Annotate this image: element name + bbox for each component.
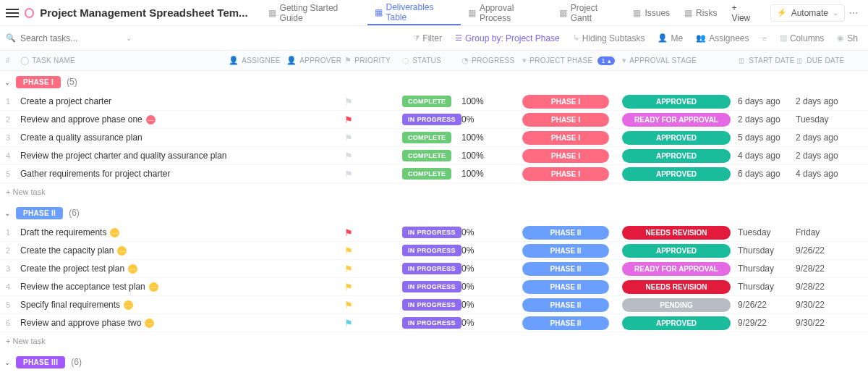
new-task-button[interactable]: + New task — [0, 332, 868, 351]
table-row[interactable]: 4Review the acceptance test plan—⚑IN PRO… — [0, 278, 868, 296]
phase-cell[interactable]: PHASE I — [522, 149, 622, 163]
table-row[interactable]: 5Gather requirements for project charter… — [0, 165, 868, 183]
start-date-cell[interactable]: 6 days ago — [738, 96, 796, 106]
priority-cell[interactable]: ⚑ — [344, 169, 402, 180]
task-name-cell[interactable]: Specify final requirements— — [20, 300, 229, 310]
approval-cell[interactable]: READY FOR APPROVAL — [622, 262, 738, 276]
progress-cell[interactable]: 100% — [461, 151, 522, 161]
status-cell[interactable]: IN PROGRESS — [402, 245, 461, 256]
task-name-cell[interactable]: Review the acceptance test plan— — [20, 282, 229, 292]
table-row[interactable]: 5Specify final requirements—⚑IN PROGRESS… — [0, 296, 868, 314]
start-date-cell[interactable]: 4 days ago — [738, 151, 796, 161]
priority-cell[interactable]: ⚑ — [344, 318, 402, 329]
approval-cell[interactable]: READY FOR APPROVAL — [622, 113, 738, 127]
group-by-button[interactable]: ☰Group by: Project Phase — [451, 33, 564, 43]
priority-cell[interactable]: ⚑ — [344, 151, 402, 161]
approval-cell[interactable]: NEEDS REVISION — [622, 226, 738, 240]
approval-cell[interactable]: APPROVED — [622, 316, 738, 330]
approval-cell[interactable]: APPROVED — [622, 131, 738, 145]
progress-cell[interactable]: 0% — [461, 227, 522, 237]
phase-cell[interactable]: PHASE II — [522, 244, 622, 258]
priority-cell[interactable]: ⚑ — [344, 245, 402, 256]
assignees-button[interactable]: 👥Assignees — [692, 33, 753, 43]
table-row[interactable]: 3Create a quality assurance plan⚑COMPLET… — [0, 129, 868, 147]
task-name-cell[interactable]: Create a quality assurance plan — [20, 132, 229, 143]
approval-cell[interactable]: APPROVED — [622, 244, 738, 258]
start-date-cell[interactable]: Thursday — [738, 282, 796, 292]
view-tab[interactable]: ▦Deliverables Table — [367, 1, 461, 25]
col-status[interactable]: ◌STATUS — [402, 56, 461, 65]
col-task-name[interactable]: ◯TASK NAME — [20, 56, 229, 65]
col-assignee[interactable]: 👤ASSIGNEE — [229, 56, 286, 65]
due-date-cell[interactable]: 9/30/22 — [796, 300, 854, 310]
chevron-down-icon[interactable]: ⌄ — [126, 34, 132, 42]
progress-cell[interactable]: 100% — [461, 169, 522, 179]
priority-cell[interactable]: ⚑ — [344, 114, 402, 125]
task-name-cell[interactable]: Review and approve phase two— — [20, 318, 229, 328]
task-name-cell[interactable]: Create a project charter — [20, 96, 229, 106]
priority-cell[interactable]: ⚑ — [344, 264, 402, 274]
approval-cell[interactable]: APPROVED — [622, 95, 738, 109]
collapse-icon[interactable]: ⌄ — [4, 78, 10, 86]
col-project-phase[interactable]: ▾PROJECT PHASE1 ▴ — [522, 56, 622, 65]
phase-cell[interactable]: PHASE II — [522, 262, 622, 276]
status-cell[interactable]: COMPLETE — [402, 132, 461, 143]
progress-cell[interactable]: 100% — [461, 96, 522, 106]
status-cell[interactable]: IN PROGRESS — [402, 263, 461, 274]
group-phase-badge[interactable]: PHASE II — [16, 207, 63, 219]
due-date-cell[interactable]: 9/28/22 — [796, 282, 854, 292]
phase-cell[interactable]: PHASE II — [522, 316, 622, 330]
progress-cell[interactable]: 0% — [461, 264, 522, 274]
view-tab[interactable]: ▦Approval Process — [461, 1, 552, 25]
collapse-icon[interactable]: ⌄ — [4, 358, 10, 366]
show-hide-button[interactable]: ◉Sh — [833, 33, 862, 43]
start-date-cell[interactable]: Thursday — [738, 245, 796, 256]
progress-cell[interactable]: 0% — [461, 114, 522, 125]
progress-cell[interactable]: 0% — [461, 318, 522, 328]
due-date-cell[interactable]: 2 days ago — [796, 151, 854, 161]
table-row[interactable]: 6Review and approve phase two—⚑IN PROGRE… — [0, 314, 868, 332]
start-date-cell[interactable]: 6 days ago — [738, 169, 796, 179]
task-name-cell[interactable]: Gather requirements for project charter — [20, 169, 229, 179]
settings-button[interactable]: ≡ — [758, 34, 771, 43]
task-name-cell[interactable]: Create the capacity plan— — [20, 245, 229, 256]
task-name-cell[interactable]: Draft the requirements— — [20, 227, 229, 237]
phase-cell[interactable]: PHASE II — [522, 226, 622, 240]
automate-button[interactable]: ⚡ Automate ⌄ — [770, 4, 845, 22]
table-row[interactable]: 1Create a project charter⚑COMPLETE100%PH… — [0, 93, 868, 111]
me-button[interactable]: 👤Me — [653, 33, 687, 43]
due-date-cell[interactable]: 9/26/22 — [796, 245, 854, 256]
new-task-button[interactable]: + New task — [0, 183, 868, 202]
phase-cell[interactable]: PHASE I — [522, 95, 622, 109]
table-row[interactable]: 2Review and approve phase one—⚑IN PROGRE… — [0, 111, 868, 129]
due-date-cell[interactable]: 9/30/22 — [796, 318, 854, 328]
task-name-cell[interactable]: Review the project charter and quality a… — [20, 151, 229, 161]
start-date-cell[interactable]: Tuesday — [738, 227, 796, 237]
col-start-date[interactable]: 🗓START DATE — [738, 56, 796, 65]
group-phase-badge[interactable]: PHASE III — [16, 356, 65, 368]
start-date-cell[interactable]: 9/29/22 — [738, 318, 796, 328]
status-cell[interactable]: IN PROGRESS — [402, 114, 461, 125]
group-phase-badge[interactable]: PHASE I — [16, 76, 61, 88]
col-priority[interactable]: ⚑PRIORITY — [344, 56, 402, 65]
start-date-cell[interactable]: 2 days ago — [738, 114, 796, 125]
start-date-cell[interactable]: 9/26/22 — [738, 300, 796, 310]
col-number[interactable]: # — [0, 56, 20, 64]
search-input[interactable] — [20, 33, 122, 43]
task-name-cell[interactable]: Create the project test plan— — [20, 264, 229, 274]
due-date-cell[interactable]: 2 days ago — [796, 96, 854, 106]
start-date-cell[interactable]: 5 days ago — [738, 132, 796, 143]
col-approver[interactable]: 👤APPROVER — [286, 56, 344, 65]
hamburger-icon[interactable] — [6, 9, 19, 17]
start-date-cell[interactable]: Thursday — [738, 264, 796, 274]
progress-cell[interactable]: 0% — [461, 300, 522, 310]
progress-cell[interactable]: 100% — [461, 132, 522, 143]
view-tab[interactable]: ▦Issues — [626, 1, 677, 25]
priority-cell[interactable]: ⚑ — [344, 300, 402, 311]
view-tab[interactable]: ▦Getting Started Guide — [261, 1, 367, 25]
due-date-cell[interactable]: Tuesday — [796, 114, 854, 125]
due-date-cell[interactable]: Friday — [796, 227, 854, 237]
add-view-button[interactable]: + View — [724, 1, 764, 25]
col-progress[interactable]: ◔PROGRESS — [461, 56, 522, 65]
due-date-cell[interactable]: 2 days ago — [796, 132, 854, 143]
